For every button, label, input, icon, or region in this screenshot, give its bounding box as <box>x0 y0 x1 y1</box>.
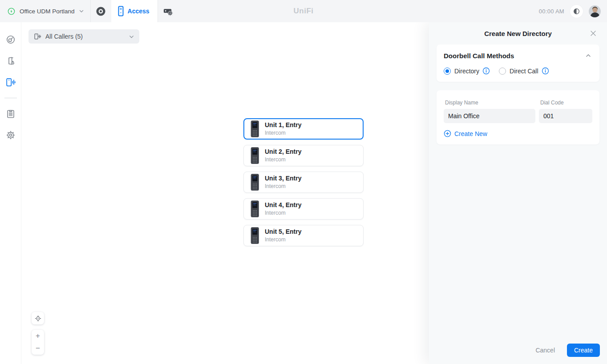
left-sidebar <box>0 22 21 364</box>
sidebar-item-door-access[interactable] <box>0 51 21 71</box>
doorbell-call-methods-card: Doorbell Call Methods Directory <box>437 44 599 82</box>
chevron-down-icon <box>79 8 84 14</box>
intercom-icon <box>33 32 41 40</box>
theme-toggle-icon[interactable] <box>570 5 583 18</box>
panel-title: Create New Directory <box>484 30 552 37</box>
clock-time: 00:00 AM <box>539 8 564 15</box>
caller-title: Unit 3, Entry <box>265 175 301 182</box>
callers-filter-label: All Callers (5) <box>45 33 129 40</box>
caller-card[interactable]: Unit 3, Entry Intercom <box>243 172 364 193</box>
caller-card[interactable]: Unit 5, Entry Intercom <box>243 225 364 246</box>
user-avatar[interactable] <box>589 5 601 17</box>
chevron-up-icon[interactable] <box>584 52 592 60</box>
callers-filter-dropdown[interactable]: All Callers (5) <box>28 29 139 44</box>
radio-circle <box>499 68 506 75</box>
intercom-icon <box>5 77 16 88</box>
device-settings-icon[interactable] <box>158 0 178 22</box>
create-new-link[interactable]: Create New <box>444 130 592 137</box>
info-icon[interactable] <box>542 67 549 75</box>
avatar-head <box>592 8 597 12</box>
sidebar-item-logs[interactable] <box>0 104 21 124</box>
display-name-input[interactable] <box>444 109 535 123</box>
panel-footer: Cancel Create <box>429 336 607 364</box>
section-title: Doorbell Call Methods <box>444 52 514 60</box>
tab-access[interactable]: Access <box>111 0 158 22</box>
create-directory-panel: Create New Directory Doorbell Call Metho… <box>429 22 607 364</box>
map-controls: + − <box>32 312 44 355</box>
settings-gear-icon <box>5 130 16 140</box>
caller-title: Unit 1, Entry <box>265 121 301 129</box>
caller-card[interactable]: Unit 1, Entry Intercom <box>243 118 364 140</box>
intercom-device-thumbnail <box>251 174 259 191</box>
zoom-controls: + − <box>32 330 44 355</box>
dial-code-input[interactable] <box>539 109 592 123</box>
logs-icon <box>5 108 16 119</box>
zoom-out-button[interactable]: − <box>32 342 44 355</box>
info-icon[interactable] <box>482 67 490 75</box>
sidebar-item-dashboard[interactable] <box>0 29 21 50</box>
protect-app-icon[interactable] <box>91 0 111 22</box>
sidebar-item-intercom[interactable] <box>0 72 21 92</box>
unifi-logo: UniFi <box>294 0 314 22</box>
dial-code-label: Dial Code <box>540 100 592 106</box>
panel-body: Doorbell Call Methods Directory <box>429 44 607 144</box>
caller-subtitle: Intercom <box>265 236 301 243</box>
display-name-label: Display Name <box>445 100 535 106</box>
call-method-options: Directory Direct Call <box>444 67 592 75</box>
app-window: Office UDM Portland Access UniFi <box>0 0 607 364</box>
dashboard-icon <box>5 34 16 45</box>
map-canvas: All Callers (5) Unit 1, <box>21 22 429 364</box>
avatar-body <box>590 12 599 17</box>
caller-title: Unit 2, Entry <box>265 148 301 156</box>
caller-card[interactable]: Unit 4, Entry Intercom <box>243 198 364 220</box>
intercom-device-thumbnail <box>251 200 259 217</box>
caller-subtitle: Intercom <box>265 156 301 163</box>
door-access-icon <box>5 56 16 66</box>
close-icon[interactable] <box>589 29 597 37</box>
locate-icon <box>34 315 42 322</box>
sidebar-item-settings[interactable] <box>0 125 21 145</box>
radio-circle <box>444 68 451 75</box>
top-bar: Office UDM Portland Access UniFi <box>0 0 607 22</box>
radio-direct-call[interactable]: Direct Call <box>499 67 549 75</box>
doorbell-device-icon <box>117 6 124 16</box>
caller-subtitle: Intercom <box>265 130 301 136</box>
sidebar-divider <box>4 98 17 98</box>
caller-title: Unit 4, Entry <box>265 201 301 209</box>
radio-label: Direct Call <box>510 68 538 75</box>
site-name: Office UDM Portland <box>20 8 75 15</box>
caller-title: Unit 5, Entry <box>265 228 301 236</box>
zoom-in-button[interactable]: + <box>32 330 44 342</box>
directory-form-card: Display Name Dial Code Create New <box>437 90 599 144</box>
radio-directory[interactable]: Directory <box>444 67 490 75</box>
caller-subtitle: Intercom <box>265 183 301 190</box>
cancel-button[interactable]: Cancel <box>535 347 555 354</box>
power-status-icon <box>7 7 16 16</box>
locate-button[interactable] <box>32 312 44 324</box>
intercom-device-thumbnail <box>251 147 259 164</box>
chevron-down-icon <box>129 34 134 40</box>
panel-header: Create New Directory <box>429 22 607 44</box>
create-new-label: Create New <box>454 130 487 137</box>
intercom-device-thumbnail <box>251 120 259 137</box>
radio-label: Directory <box>454 68 479 75</box>
tab-access-label: Access <box>128 8 150 15</box>
create-button[interactable]: Create <box>567 344 600 357</box>
site-switcher[interactable]: Office UDM Portland <box>7 0 90 22</box>
caller-card[interactable]: Unit 2, Entry Intercom <box>243 145 364 166</box>
plus-circle-icon <box>444 130 451 137</box>
intercom-device-thumbnail <box>251 227 259 244</box>
caller-subtitle: Intercom <box>265 210 301 216</box>
